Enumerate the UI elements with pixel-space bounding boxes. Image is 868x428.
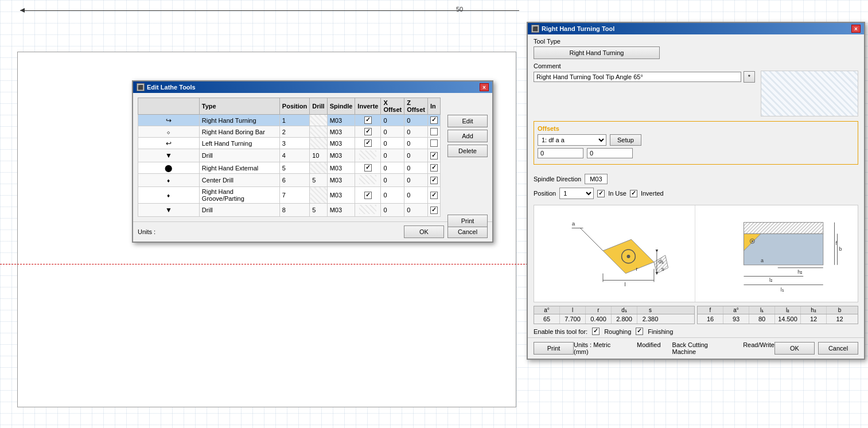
col-type <box>138 98 200 115</box>
val-h2: 12 <box>801 314 827 324</box>
comment-row: * <box>534 71 755 83</box>
row-drill <box>310 138 327 149</box>
row-inuse <box>428 126 441 138</box>
lathe-ok-button[interactable]: OK <box>404 225 444 238</box>
tool-data-left-values: 65 7.700 0.400 2.800 2.380 <box>534 314 694 324</box>
svg-point-2 <box>626 255 630 258</box>
row-inuse: ✓ <box>428 115 441 126</box>
row-spindle: M03 <box>327 187 355 204</box>
roughing-label: Roughing <box>604 328 631 335</box>
row-type: Drill <box>199 149 279 162</box>
col-drill: Drill <box>310 98 327 115</box>
row-zoffset: 0 <box>404 126 428 138</box>
offset-x-input[interactable] <box>538 148 583 158</box>
lathe-tools-table: Type Position Drill Spindle Inverte X Of… <box>138 98 441 217</box>
row-xoffset: 0 <box>381 204 404 217</box>
svg-text:a: a <box>572 220 575 227</box>
row-spindle: M03 <box>327 162 355 174</box>
diagram-right: f a h₂ l₂ l₁ b <box>698 205 858 302</box>
offset-select[interactable]: 1: df a a <box>538 134 606 146</box>
header-d1: d₁ <box>612 306 637 314</box>
col-inverted: Inverte <box>355 98 381 115</box>
position-row: Position 1 ✓ In Use ✓ Inverted <box>534 188 858 199</box>
tool-type-button[interactable]: Right Hand Turning <box>534 46 660 59</box>
offset-z-input[interactable] <box>587 148 633 158</box>
offsets-row2 <box>538 148 854 158</box>
row-icon-cell: ↩ <box>138 138 200 149</box>
add-button[interactable]: Add <box>447 130 488 142</box>
row-position: 6 <box>279 174 309 187</box>
lathe-dialog-buttons: Edit Add Delete Print <box>447 115 488 227</box>
row-zoffset: 0 <box>404 187 428 204</box>
row-icon-cell: ⬦ <box>138 126 200 138</box>
comment-label: Comment <box>534 63 755 69</box>
header-r: r <box>586 306 612 314</box>
roughing-checkbox[interactable]: ✓ <box>592 328 600 335</box>
row-inuse: ✓ <box>428 162 441 174</box>
row-xoffset: 0 <box>381 149 404 162</box>
row-position: 7 <box>279 187 309 204</box>
edit-button[interactable]: Edit <box>447 115 488 127</box>
position-label: Position <box>534 190 556 197</box>
tool-diagrams: a d₁ r l s <box>534 205 858 302</box>
header-a2: a° <box>723 306 749 314</box>
lathe-print-button[interactable]: Print <box>447 215 488 227</box>
finishing-checkbox[interactable]: ✓ <box>636 328 643 335</box>
position-select[interactable]: 1 <box>559 188 594 199</box>
row-inuse: ✓ <box>428 174 441 187</box>
col-zoffset: Z Offset <box>404 98 428 115</box>
lathe-dialog-title: Edit Lathe Tools <box>147 84 196 91</box>
tool-footer-status: Units : Metric (mm) Modified Back Cuttin… <box>574 341 774 355</box>
inverted-checkbox[interactable]: ✓ <box>630 190 637 197</box>
row-inverted: ✓ <box>355 138 381 149</box>
edit-lathe-tools-dialog: ⬛ Edit Lathe Tools × Type Position Drill… <box>132 80 493 243</box>
tool-dialog-icon: ⬛ <box>531 25 539 33</box>
val-f: 16 <box>698 314 723 324</box>
tool-data-left-header: a° l r d₁ s <box>534 306 694 314</box>
row-position: 3 <box>279 138 309 149</box>
row-inverted <box>355 204 381 217</box>
svg-text:h₂: h₂ <box>797 269 803 275</box>
tool-type-section: Tool Type Right Hand Turning <box>528 34 864 63</box>
tool-footer-buttons: OK Cancel <box>774 342 858 355</box>
row-drill: 10 <box>310 149 327 162</box>
in-use-label: In Use <box>608 190 626 197</box>
row-spindle: M03 <box>327 126 355 138</box>
tool-preview <box>761 71 858 116</box>
delete-button[interactable]: Delete <box>447 145 488 157</box>
setup-button[interactable]: Setup <box>610 134 641 146</box>
lathe-dialog-body: Type Position Drill Spindle Inverte X Of… <box>133 93 492 221</box>
col-spindle: Spindle <box>327 98 355 115</box>
lathe-dialog-close-button[interactable]: × <box>480 83 489 91</box>
val-l2: 14.500 <box>775 314 801 324</box>
tool-dialog-close-button[interactable]: × <box>851 25 861 33</box>
svg-text:a: a <box>761 258 764 263</box>
row-type: Right Hand Turning <box>199 115 279 126</box>
offsets-label: Offsets <box>538 125 854 132</box>
row-type: Right Hand External <box>199 162 279 174</box>
ruler-line <box>20 10 519 11</box>
lathe-footer-buttons: OK Cancel <box>404 225 488 238</box>
tool-ok-button[interactable]: OK <box>774 342 815 355</box>
row-zoffset: 0 <box>404 138 428 149</box>
row-type: Left Hand Turning <box>199 138 279 149</box>
row-position: 2 <box>279 126 309 138</box>
row-icon-cell: ⬧ <box>138 174 200 187</box>
offsets-row1: 1: df a a Setup <box>538 134 854 146</box>
row-icon-cell: ▼ <box>138 204 200 217</box>
tool-print-button[interactable]: Print <box>534 342 574 355</box>
comment-input[interactable] <box>534 72 741 82</box>
star-button[interactable]: * <box>744 71 755 83</box>
row-xoffset: 0 <box>381 187 404 204</box>
row-inverted <box>355 149 381 162</box>
row-type: Center Drill <box>199 174 279 187</box>
svg-rect-17 <box>744 223 823 234</box>
in-use-checkbox[interactable]: ✓ <box>597 190 605 197</box>
row-zoffset: 0 <box>404 162 428 174</box>
lathe-cancel-button[interactable]: Cancel <box>447 225 488 238</box>
row-drill: 5 <box>310 174 327 187</box>
tool-cancel-button[interactable]: Cancel <box>818 342 858 355</box>
val-d1: 2.800 <box>612 314 637 324</box>
inverted-label: Inverted <box>641 190 664 197</box>
row-drill: 5 <box>310 204 327 217</box>
